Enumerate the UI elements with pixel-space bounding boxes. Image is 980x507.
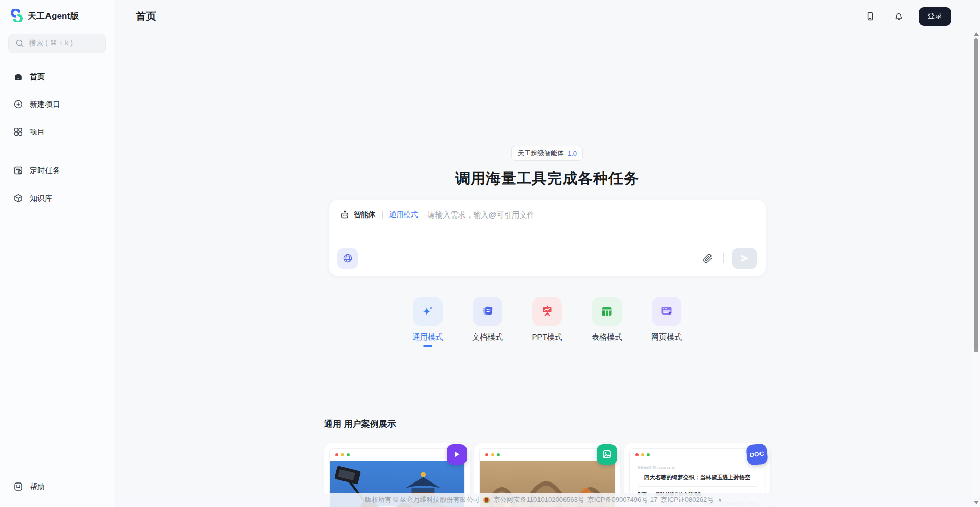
topbar: 首页 登录 [114, 0, 980, 33]
mode-tab-label: 网页模式 [651, 332, 682, 342]
agent-robot-icon [340, 210, 350, 220]
window-controls [480, 449, 615, 461]
search-icon [15, 38, 25, 49]
brand-name: 天工Agent版 [28, 10, 79, 22]
sidebar-item-knowledge-base[interactable]: 知识库 [8, 188, 106, 208]
mode-tab-web[interactable]: 网页模式 [652, 297, 681, 347]
sidebar-item-label: 知识库 [30, 194, 53, 203]
composer-card: 智能体 通用模式 [329, 200, 766, 276]
web-mode-icon [659, 304, 674, 319]
image-type-badge [597, 444, 617, 465]
document-title: 四大名著的绮梦交织：当林黛玉遇上孙悟空 [638, 474, 757, 481]
image-icon [602, 450, 611, 459]
table-mode-icon [599, 304, 615, 319]
doc-type-badge: DOC [746, 443, 768, 466]
sidebar-item-label: 新建项目 [30, 100, 60, 109]
plus-circle-icon [13, 99, 23, 109]
mode-selected-underline [423, 345, 432, 347]
home-icon [13, 71, 23, 82]
sidebar-item-scheduled-tasks[interactable]: 定时任务 [8, 160, 106, 181]
mode-tab-label: PPT模式 [532, 332, 562, 342]
page-footer: 版权所有 © 昆仑万维科技股份有限公司 京公网安备11010102006563号… [114, 493, 972, 507]
prompt-input[interactable] [428, 210, 755, 219]
sidebar-group-gap [8, 149, 106, 160]
phone-icon [865, 11, 875, 21]
page-title: 首页 [136, 10, 156, 23]
mode-tab-general[interactable]: 通用模式 [413, 297, 443, 347]
footer-copyright: 版权所有 © 昆仑万维科技股份有限公司 [365, 495, 480, 504]
sidebar-nav: 首页 新建项目 项目 [8, 66, 106, 215]
mode-tab-ppt[interactable]: PPT模式 [532, 297, 562, 347]
paperclip-icon [702, 253, 713, 264]
hero: 天工超级智能体 1.0 调用海量工具完成各种任务 [324, 33, 770, 189]
web-search-toggle[interactable] [337, 248, 358, 269]
ppt-mode-icon [540, 304, 555, 319]
window-close-dot [335, 453, 338, 456]
help-icon [13, 481, 23, 492]
actions-divider [723, 253, 724, 263]
scrollbar-up-arrow[interactable] [974, 32, 979, 36]
app-root: 天工Agent版 搜索 ( ⌘ + k ) 首页 新建项目 [0, 0, 980, 507]
main-area: 首页 登录 [114, 0, 980, 507]
mode-tabs: 通用模式 文档模式 [324, 297, 770, 347]
document-meta: 最新编辑时间：2025-05-15 [638, 466, 757, 470]
sidebar-item-projects[interactable]: 项目 [8, 122, 106, 142]
scrollbar-thumb[interactable] [974, 38, 978, 352]
grid-icon [13, 127, 23, 137]
search-placeholder: 搜索 ( ⌘ + k ) [29, 39, 73, 48]
scrollbar-down-arrow[interactable] [974, 501, 979, 504]
window-minimize-dot [341, 453, 344, 456]
brand-logo: 天工Agent版 [8, 9, 106, 22]
window-controls [630, 449, 765, 461]
footer-collapse-chevron[interactable]: ∧ [718, 497, 722, 503]
composer-divider [382, 211, 383, 219]
sidebar-item-new-project[interactable]: 新建项目 [8, 94, 106, 114]
bell-icon [894, 11, 904, 21]
gongan-emblem-icon [483, 496, 491, 504]
window-controls [330, 449, 464, 461]
mode-tab-label: 通用模式 [412, 332, 443, 342]
sidebar-item-home[interactable]: 首页 [8, 66, 106, 87]
document-divider [638, 486, 757, 487]
cube-icon [13, 193, 23, 203]
mobile-app-button[interactable] [862, 8, 879, 25]
brand-logo-icon [10, 9, 23, 22]
mode-tab-label: 表格模式 [592, 332, 622, 342]
sparkle-icon [420, 304, 435, 319]
document-mode-icon [480, 304, 495, 319]
agent-label: 智能体 [354, 210, 376, 220]
globe-icon [342, 253, 353, 264]
sidebar-item-label: 定时任务 [30, 166, 60, 176]
mode-tab-document[interactable]: 文档模式 [473, 297, 502, 347]
sidebar: 天工Agent版 搜索 ( ⌘ + k ) 首页 新建项目 [0, 0, 114, 507]
send-plane-icon [739, 253, 750, 264]
hero-badge-version: 1.0 [568, 150, 577, 157]
vertical-scrollbar[interactable] [972, 30, 980, 507]
hero-title: 调用海量工具完成各种任务 [324, 168, 770, 189]
search-input[interactable]: 搜索 ( ⌘ + k ) [8, 34, 106, 53]
window-zoom-dot [347, 453, 350, 456]
play-icon [453, 450, 461, 458]
footer-icp-license[interactable]: 京ICP证080262号 [660, 495, 714, 504]
attach-file-button[interactable] [700, 251, 715, 266]
hero-version-badge: 天工超级智能体 1.0 [511, 146, 583, 161]
showcase-section-title: 通用 用户案例展示 [324, 418, 770, 430]
video-play-badge [447, 444, 467, 465]
schedule-icon [13, 165, 23, 176]
login-button[interactable]: 登录 [919, 7, 951, 26]
sidebar-item-label: 首页 [30, 72, 45, 82]
sidebar-item-label: 项目 [30, 127, 45, 137]
footer-icp-beian[interactable]: 京ICP备09007496号-17 [587, 495, 657, 504]
mode-tab-table[interactable]: 表格模式 [592, 297, 622, 347]
send-button[interactable] [732, 248, 757, 269]
mode-tab-label: 文档模式 [472, 332, 503, 342]
sidebar-item-label: 帮助 [30, 482, 45, 492]
hero-badge-text: 天工超级智能体 [518, 149, 564, 158]
footer-gongan-beian[interactable]: 京公网安备11010102006563号 [494, 495, 584, 504]
composer-mode-selector[interactable]: 通用模式 [389, 210, 418, 220]
notifications-button[interactable] [890, 8, 908, 25]
sidebar-item-help[interactable]: 帮助 [8, 476, 106, 497]
content-scroll-region: 天工超级智能体 1.0 调用海量工具完成各种任务 智能体 [114, 33, 980, 507]
